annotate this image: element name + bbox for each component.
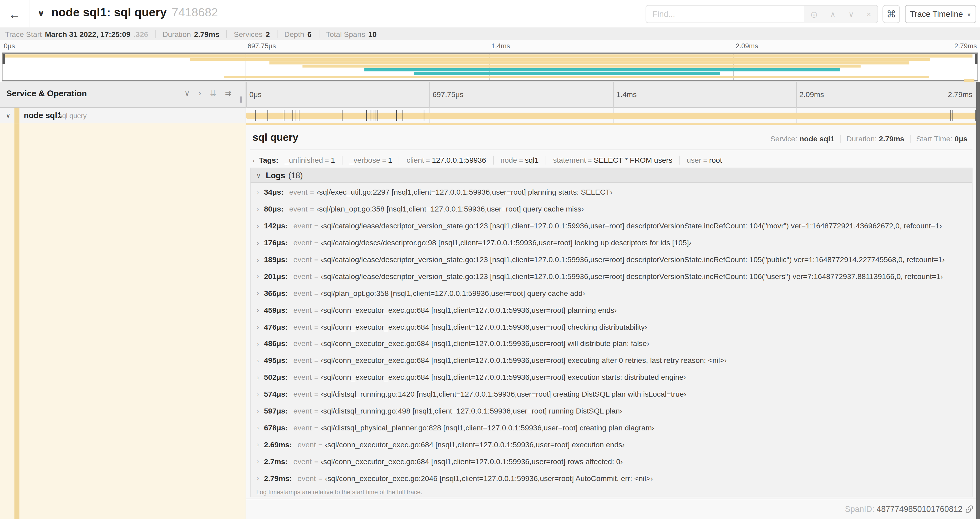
tags-row[interactable]: › Tags: _unfinished=1_verbose=1client=12… [252,155,970,166]
log-expand-icon[interactable]: › [257,223,259,230]
locate-icon[interactable]: ◎ [811,10,818,18]
logs-footnote: Log timestamps are relative to the start… [251,489,422,495]
minimap-left-handle[interactable] [2,54,5,64]
back-button[interactable]: ← [0,0,30,28]
view-type-dropdown[interactable]: Trace Timeline∨ [905,5,976,23]
log-event-key: event [293,339,312,348]
keyboard-shortcuts-button[interactable]: ⌘ [883,5,900,23]
log-row[interactable]: ›2.7ms:event=‹sql/conn_executor_exec.go:… [251,453,972,470]
duration-label: Duration: [846,134,877,143]
log-expand-icon[interactable]: › [257,240,259,246]
log-event-value: ‹sql/catalog/lease/descriptor_version_st… [321,272,943,281]
services-value: 2 [266,30,270,38]
log-expand-icon[interactable]: › [257,357,259,364]
minimap-canvas[interactable] [2,53,978,81]
log-rows: ›34μs:event=‹sql/exec_util.go:2297 [nsql… [251,184,972,487]
log-event-key: event [293,423,312,432]
service-label: Service: [770,134,797,143]
expand-one-icon[interactable]: › [199,89,201,97]
log-marker-tick [299,110,299,121]
log-event-value: ‹sql/plan_opt.go:358 [nsql1,client=127.0… [317,205,584,214]
services-label: Services [234,30,262,38]
next-match-icon[interactable]: ∨ [848,10,854,18]
log-expand-icon[interactable]: › [257,206,259,212]
log-row[interactable]: ›34μs:event=‹sql/exec_util.go:2297 [nsql… [251,184,972,201]
log-expand-icon[interactable]: › [257,441,259,448]
log-row[interactable]: ›678μs:event=‹sql/distsql_physical_plann… [251,420,972,436]
start-time-label: Start Time: [916,134,953,143]
log-row[interactable]: ›2.79ms:event=‹sql/conn_executor_exec.go… [251,470,972,487]
vertical-scrollbar[interactable] [976,82,980,519]
log-timestamp: 486μs: [264,339,288,348]
log-event-value: ‹sql/catalog/lease/descriptor_version_st… [321,222,942,230]
log-event-key: event [289,205,308,214]
minimap-right-handle[interactable] [975,54,977,64]
find-input[interactable] [646,6,804,22]
log-marker-tick [255,110,256,121]
log-timestamp: 142μs: [264,222,288,230]
log-event-value: ‹sql/catalog/descs/descriptor.go:98 [nsq… [321,238,691,247]
log-row[interactable]: ›80μs:event=‹sql/plan_opt.go:358 [nsql1,… [251,201,972,217]
log-event-value: ‹sql/exec_util.go:2297 [nsql1,client=127… [317,188,613,197]
log-event-value: ‹sql/conn_executor_exec.go:684 [nsql1,cl… [325,441,625,449]
log-event-key: event [298,441,316,449]
log-expand-icon[interactable]: › [257,374,259,381]
column-resizer-handle[interactable]: ∥ [239,96,243,102]
log-expand-icon[interactable]: › [257,340,259,347]
log-expand-icon[interactable]: › [257,256,259,263]
log-row[interactable]: ›2.69ms:event=‹sql/conn_executor_exec.go… [251,436,972,453]
log-row[interactable]: ›189μs:event=‹sql/catalog/lease/descript… [251,251,972,268]
span-color-stripe [14,108,19,123]
trace-collapse-icon[interactable]: ∨ [37,8,45,18]
log-expand-icon[interactable]: › [257,424,259,431]
log-row[interactable]: ›597μs:event=‹sql/distsql_running.go:498… [251,403,972,420]
log-timestamp: 495μs: [264,356,288,365]
collapse-one-icon[interactable]: ∨ [185,89,190,97]
log-row[interactable]: ›201μs:event=‹sql/catalog/lease/descript… [251,268,972,285]
log-row[interactable]: ›476μs:event=‹sql/conn_executor_exec.go:… [251,319,972,335]
log-expand-icon[interactable]: › [257,408,259,415]
service-operation-header: Service & Operation ∨ › ⇊ ⇉ ∥ [0,82,246,108]
chevron-down-icon: ∨ [967,11,971,18]
logs-header[interactable]: ∨ Logs (18) [251,168,972,183]
span-row-name-column: ∨ node sql1 sql query [0,108,246,123]
log-row[interactable]: ›486μs:event=‹sql/conn_executor_exec.go:… [251,335,972,352]
span-row-track [246,108,976,123]
log-expand-icon[interactable]: › [257,189,259,196]
prev-match-icon[interactable]: ∧ [830,10,836,18]
span-row[interactable]: ∨ node sql1 sql query [0,108,980,123]
tag-item: _unfinished=1 [285,156,335,164]
log-expand-icon[interactable]: › [257,273,259,280]
log-row[interactable]: ›502μs:event=‹sql/conn_executor_exec.go:… [251,369,972,386]
collapse-all-icon[interactable]: ⇊ [210,89,216,97]
divider [250,150,972,150]
log-row[interactable]: ›459μs:event=‹sql/conn_executor_exec.go:… [251,302,972,319]
back-arrow-icon: ← [8,7,20,21]
log-event-key: event [293,323,312,331]
tag-item: statement=SELECT * FROM users [553,156,672,164]
log-expand-icon[interactable]: › [257,290,259,297]
log-row[interactable]: ›574μs:event=‹sql/distsql_running.go:142… [251,386,972,403]
span-operation-name: sql query [59,112,87,120]
tag-item: user=root [687,156,722,164]
log-expand-icon[interactable]: › [257,324,259,331]
log-expand-icon[interactable]: › [257,475,259,482]
log-expand-icon[interactable]: › [257,307,259,313]
log-event-key: event [293,457,312,466]
log-row[interactable]: ›495μs:event=‹sql/conn_executor_exec.go:… [251,352,972,369]
log-row[interactable]: ›366μs:event=‹sql/plan_opt.go:358 [nsql1… [251,285,972,302]
span-duration-bar[interactable] [246,112,976,119]
expand-all-icon[interactable]: ⇉ [225,89,231,97]
log-row[interactable]: ›176μs:event=‹sql/catalog/descs/descript… [251,235,972,251]
span-detail-title: sql query [252,131,298,143]
log-event-value: ‹sql/plan_opt.go:358 [nsql1,client=127.0… [321,289,585,298]
log-expand-icon[interactable]: › [257,391,259,398]
log-expand-icon[interactable]: › [257,458,259,465]
clear-find-icon[interactable]: × [867,10,871,18]
tags-expand-icon[interactable]: › [252,156,255,163]
log-row[interactable]: ›142μs:event=‹sql/catalog/lease/descript… [251,217,972,235]
total-spans-label: Total Spans [326,30,365,38]
log-event-value: ‹sql/conn_executor_exec.go:2046 [nsql1,c… [325,474,653,482]
deep-link-icon[interactable] [965,505,974,514]
span-collapse-icon[interactable]: ∨ [6,111,11,120]
